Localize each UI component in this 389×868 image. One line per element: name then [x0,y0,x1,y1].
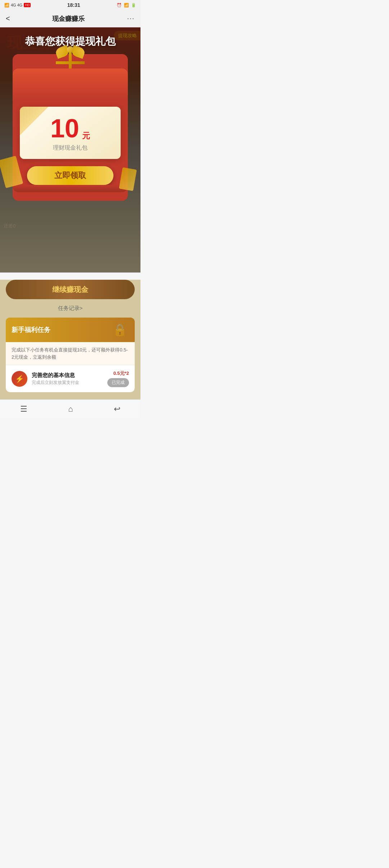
newbie-header: 新手福利任务 🔒 [6,318,135,342]
newbie-section: 新手福利任务 🔒 完成以下小任务有机会直接提现10元，还可额外获得0.5-2元现… [6,318,135,392]
task-right-info: 0.5元*2 已完成 [107,370,129,387]
status-right: ⏰ 📶 🔋 [117,3,136,8]
gift-card: 10 元 理财现金礼包 [20,107,121,159]
home-icon[interactable]: ⌂ [68,404,73,414]
lower-section: 继续赚现金 任务记录> 新手福利任务 🔒 完成以下小任务有机会直接提现10元，还… [0,280,140,399]
carrier-text: 4G 4G [11,3,22,7]
main-background: 现金赚赚乐 提现攻略 还差0 恭喜您获得提现礼包 [0,27,140,273]
more-button[interactable]: ··· [127,15,135,22]
gift-box-bottom [13,185,128,192]
nav-bar: < 现金赚赚乐 ··· [0,10,140,27]
task-record-text: 任务记录> [58,305,83,311]
bottom-nav: ☰ ⌂ ↩ [0,399,140,418]
time-display: 18:31 [67,2,80,8]
task-reward: 0.5元*2 [113,370,129,377]
task-record-link[interactable]: 任务记录> [6,299,135,318]
menu-icon[interactable]: ☰ [20,404,27,414]
status-left: 📶 4G 4G HD [4,3,31,8]
claim-button[interactable]: 立即领取 [27,166,113,185]
task-icon-wrapper: ⚡ [12,371,27,387]
task-name: 完善您的基本信息 [32,372,107,379]
task-subtitle: 完成后立刻发放翼支付金 [32,380,107,386]
signal-icon: 📶 [4,3,9,8]
gift-lid [13,68,128,101]
task-info: 完善您的基本信息 完成后立刻发放翼支付金 [32,372,107,386]
alarm-icon: ⏰ [117,3,122,8]
task-done-button[interactable]: 已完成 [107,378,129,387]
newbie-title: 新手福利任务 [12,326,50,334]
bow-ribbon-horizontal [56,61,85,64]
back-button[interactable]: < [6,14,10,23]
amount-number: 10 [50,114,79,143]
status-bar: 📶 4G 4G HD 18:31 ⏰ 📶 🔋 [0,0,140,10]
continue-button[interactable]: 继续赚现金 [6,280,135,299]
lightning-icon: ⚡ [15,375,24,383]
congratulation-text: 恭喜您获得提现礼包 [25,35,116,48]
amount-display: 10 元 [27,115,113,141]
page-title: 现金赚赚乐 [52,14,85,23]
continue-button-label: 继续赚现金 [52,285,88,294]
amount-description: 理财现金礼包 [27,144,113,152]
wifi-icon: 📶 [124,3,129,8]
side-ribbon-right [119,167,137,191]
battery-icon: 🔋 [131,3,136,8]
amount-unit: 元 [82,131,90,140]
side-ribbon-left [0,156,23,188]
claim-button-label: 立即领取 [54,170,86,181]
back-nav-icon[interactable]: ↩ [114,404,120,414]
lock-icon: 🔒 [111,323,129,337]
hd-icon: HD [24,3,31,7]
newbie-description: 完成以下小任务有机会直接提现10元，还可额外获得0.5-2元现金，立返到余额 [6,342,135,365]
reward-overlay: 恭喜您获得提现礼包 10 元 [0,27,140,273]
task-item: ⚡ 完善您的基本信息 完成后立刻发放翼支付金 0.5元*2 已完成 [6,365,135,392]
gift-box: 10 元 理财现金礼包 立即领取 [13,54,128,201]
